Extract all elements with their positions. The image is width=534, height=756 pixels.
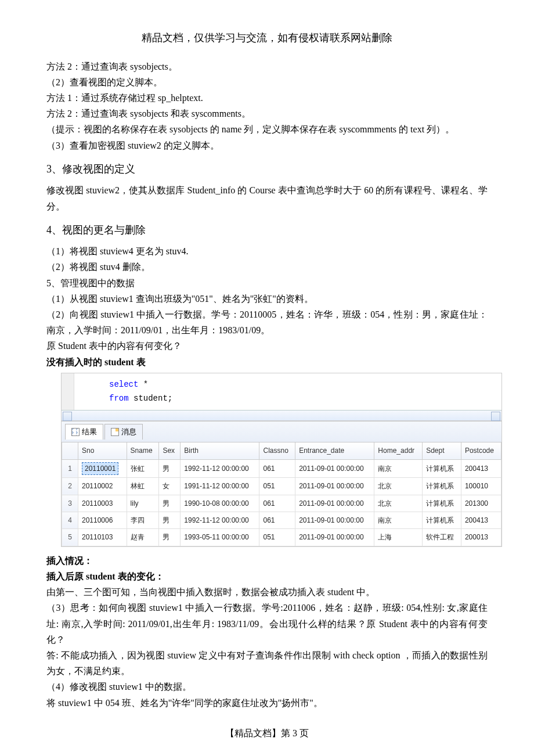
cell: 051	[259, 529, 295, 546]
table-row[interactable]: 5 20110103 赵青 男 1993-05-11 00:00:00 051 …	[62, 529, 501, 546]
paragraph: （1）从视图 stuview1 查询出班级为"051"、姓名为"张虹"的资料。	[46, 291, 488, 307]
paragraph: （3）思考：如何向视图 stuview1 中插入一行数据。学号:2011006，…	[46, 600, 488, 647]
cell: 2011-09-01 00:00:00	[295, 459, 374, 477]
horizontal-scrollbar[interactable]	[62, 410, 501, 420]
cell: 男	[159, 529, 181, 546]
cell: 李四	[127, 512, 159, 529]
paragraph: 方法 2：通过查询表 sysobjects。	[46, 59, 488, 74]
cell: 2011-09-01 00:00:00	[295, 495, 374, 512]
col-entrance[interactable]: Entrance_date	[295, 442, 374, 459]
paragraph: （2）将视图 stuv4 删除。	[46, 259, 488, 275]
cell: 南京	[374, 459, 423, 477]
paragraph: （4）修改视图 stuview1 中的数据。	[46, 679, 488, 694]
paragraph-bold: 没有插入时的 student 表	[46, 354, 488, 370]
results-table: Sno Sname Sex Birth Classno Entrance_dat…	[62, 442, 501, 546]
sql-keyword: select	[109, 380, 138, 389]
results-tab-bar: 结果 消息	[62, 421, 501, 442]
cell: 计算机系	[423, 478, 461, 495]
paragraph: （3）查看加密视图 stuview2 的定义脚本。	[46, 138, 488, 153]
paragraph: 由第一、三个图可知，当向视图中插入数据时，数据会被成功插入表 student 中…	[46, 584, 488, 600]
section-title-4: 4、视图的更名与删除	[46, 221, 488, 239]
tab-results[interactable]: 结果	[65, 424, 103, 440]
cell: 男	[159, 495, 181, 512]
cell: 1991-11-12 00:00:00	[181, 478, 259, 495]
col-sex[interactable]: Sex	[159, 442, 181, 459]
tab-messages[interactable]: 消息	[104, 424, 143, 440]
cell: 20110006	[78, 512, 127, 529]
col-rownum[interactable]	[62, 442, 78, 459]
cell: 1993-05-11 00:00:00	[181, 529, 259, 546]
section-title-3: 3、修改视图的定义	[46, 160, 488, 178]
cell: 北京	[374, 495, 423, 512]
cell: 20110002	[78, 478, 127, 495]
paragraph-bold: 插入后原 student 表的变化：	[46, 568, 488, 584]
page-icon	[111, 428, 119, 436]
col-homeaddr[interactable]: Home_addr	[374, 442, 423, 459]
cell: 1992-11-12 00:00:00	[181, 459, 259, 477]
cell: 林虹	[127, 478, 159, 495]
cell: 20110103	[78, 529, 127, 546]
cell: 20110003	[78, 495, 127, 512]
paragraph: （1）将视图 stuview4 更名为 stuv4.	[46, 243, 488, 259]
cell: 上海	[374, 529, 423, 546]
active-cell[interactable]: 20110001	[82, 462, 118, 475]
cell: 2011-09-01 00:00:00	[295, 512, 374, 529]
col-classno[interactable]: Classno	[259, 442, 295, 459]
cell: 计算机系	[423, 512, 461, 529]
cell: 051	[259, 478, 295, 495]
col-postcode[interactable]: Postcode	[461, 442, 501, 459]
results-panel: 结果 消息 Sno Sname Sex Birth Classno Entran…	[61, 421, 502, 546]
cell: 200013	[461, 529, 501, 546]
cell-rownum: 2	[62, 478, 78, 495]
cell: 计算机系	[423, 495, 461, 512]
sql-text: student;	[129, 394, 173, 403]
sql-code-block[interactable]: select * from student;	[74, 373, 207, 411]
table-header-row: Sno Sname Sex Birth Classno Entrance_dat…	[62, 442, 501, 459]
cell: 2011-09-01 00:00:00	[295, 529, 374, 546]
paragraph: 原 Student 表中的内容有何变化？	[46, 338, 488, 354]
paragraph: 修改视图 stuview2，使其从数据库 Student_info 的 Cour…	[46, 182, 488, 214]
paragraph: 方法 1：通过系统存储过程 sp_helptext.	[46, 90, 488, 106]
tab-label: 消息	[121, 426, 136, 438]
cell: 男	[159, 512, 181, 529]
sql-gutter	[62, 373, 74, 411]
cell: 100010	[461, 478, 501, 495]
cell-rownum: 3	[62, 495, 78, 512]
cell: 061	[259, 495, 295, 512]
cell: 南京	[374, 512, 423, 529]
cell: 2011-09-01 00:00:00	[295, 478, 374, 495]
cell-rownum: 1	[62, 459, 78, 477]
col-birth[interactable]: Birth	[181, 442, 259, 459]
table-row[interactable]: 3 20110003 lily 男 1990-10-08 00:00:00 06…	[62, 495, 501, 512]
col-sname[interactable]: Sname	[127, 442, 159, 459]
paragraph: （2）查看视图的定义脚本。	[46, 74, 488, 90]
paragraph: （2）向视图 stuview1 中插入一行数据。学号：20110005，姓名：许…	[46, 307, 488, 338]
paragraph-bold: 插入情况：	[46, 553, 488, 568]
page-footer: 【精品文档】第 3 页	[46, 725, 488, 741]
cell: 男	[159, 459, 181, 477]
paragraph: （提示：视图的名称保存在表 sysobjects 的 name 列，定义脚本保存…	[46, 121, 488, 137]
cell: 061	[259, 512, 295, 529]
cell: 张虹	[127, 459, 159, 477]
grid-icon	[71, 428, 80, 436]
cell: 20110001	[78, 459, 127, 477]
table-row[interactable]: 2 20110002 林虹 女 1991-11-12 00:00:00 051 …	[62, 478, 501, 495]
paragraph: 答: 不能成功插入，因为视图 stuview 定义中有对子查询条件作出限制 wi…	[46, 647, 488, 679]
table-row[interactable]: 4 20110006 李四 男 1992-11-12 00:00:00 061 …	[62, 512, 501, 529]
paragraph: 方法 2：通过查询表 sysobjects 和表 syscomments。	[46, 106, 488, 121]
cell: 200413	[461, 459, 501, 477]
cell: 1992-11-12 00:00:00	[181, 512, 259, 529]
cell: 软件工程	[423, 529, 461, 546]
cell-rownum: 4	[62, 512, 78, 529]
page-header: 精品文档，仅供学习与交流，如有侵权请联系网站删除	[46, 29, 488, 47]
sql-keyword: from	[109, 394, 129, 403]
cell: 1990-10-08 00:00:00	[181, 495, 259, 512]
sql-text: *	[138, 380, 148, 389]
cell: 计算机系	[423, 459, 461, 477]
cell: 201300	[461, 495, 501, 512]
col-sno[interactable]: Sno	[78, 442, 127, 459]
tab-label: 结果	[82, 426, 97, 438]
cell-rownum: 5	[62, 529, 78, 546]
col-sdept[interactable]: Sdept	[423, 442, 461, 459]
table-row[interactable]: 1 20110001 张虹 男 1992-11-12 00:00:00 061 …	[62, 459, 501, 477]
